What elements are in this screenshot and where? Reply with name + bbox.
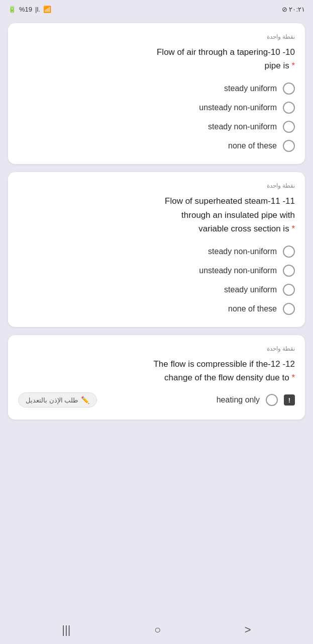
option-11-2[interactable]: unsteady non-uniform (18, 265, 295, 277)
option-11-3-label: steady uniform (224, 285, 277, 294)
question-10-suffix: pipe is (265, 61, 289, 70)
option-12-heating[interactable]: heating only ! (217, 394, 295, 406)
question-11-body: Flow of superheated steam-11 (165, 196, 280, 206)
option-11-2-label: unsteady non-uniform (199, 266, 277, 275)
option-11-2-radio[interactable] (283, 265, 295, 277)
option-12-heating-label: heating only (217, 395, 260, 405)
question-10-meta: نقطة واحدة (18, 33, 295, 40)
option-11-1-radio[interactable] (283, 246, 295, 258)
question-12-meta: نقطة واحدة (18, 345, 295, 352)
option-11-3[interactable]: steady uniform (18, 284, 295, 296)
option-10-1-label: steady uniform (224, 84, 277, 93)
signal-strength: %19 (19, 6, 32, 13)
question-10-star: * (289, 61, 295, 70)
option-11-1-label: steady non-uniform (208, 247, 277, 256)
alert-badge: ! (284, 394, 295, 406)
question-11-text: 11- Flow of superheated steam-11 through… (18, 194, 295, 235)
signal-bars-icon: |l. (35, 6, 40, 13)
nav-forward-button[interactable]: > (237, 619, 259, 640)
option-10-2-radio[interactable] (283, 102, 295, 114)
time-display: ۲۰:۲۱ (289, 6, 305, 13)
question-12-star: * (289, 373, 295, 382)
edit-button-label: طلب الإذن بالتعديل (26, 396, 78, 404)
question-12-number: 12- (282, 359, 295, 369)
page-content: نقطة واحدة 10- Flow of air through a tap… (0, 18, 313, 616)
battery-icon: 🔋 (8, 6, 16, 13)
question-11-suffix: variable cross section is (198, 224, 289, 233)
question-10-number: 10- (282, 47, 295, 57)
nav-back-button[interactable]: ||| (54, 619, 78, 640)
option-10-4[interactable]: none of these (18, 140, 295, 152)
question-12-suffix: change of the flow density due to (164, 373, 289, 382)
pencil-icon: ✏️ (81, 396, 89, 404)
option-10-3-radio[interactable] (283, 121, 295, 133)
question-11-body2: through an insulated pipe with (181, 210, 295, 220)
question-11-number: 11- (282, 196, 295, 206)
wifi-icon: 📶 (43, 6, 51, 13)
question-12-text: 12- The flow is compressible if the-12 *… (18, 357, 295, 384)
option-10-4-label: none of these (228, 141, 277, 150)
edit-permission-button[interactable]: ✏️ طلب الإذن بالتعديل (18, 392, 97, 408)
status-bar: 🔋 %19 |l. 📶 ⊘ ۲۰:۲۱ (0, 0, 313, 18)
option-11-4[interactable]: none of these (18, 303, 295, 315)
option-11-4-radio[interactable] (283, 303, 295, 315)
status-bar-left: 🔋 %19 |l. 📶 (8, 6, 51, 13)
option-10-1-radio[interactable] (283, 83, 295, 95)
question-card-12: نقطة واحدة 12- The flow is compressible … (8, 335, 305, 420)
question-11-options: steady non-uniform unsteady non-uniform … (18, 246, 295, 315)
option-10-3[interactable]: steady non-uniform (18, 121, 295, 133)
option-10-1[interactable]: steady uniform (18, 83, 295, 95)
question-11-star: * (289, 224, 295, 233)
option-10-4-radio[interactable] (283, 140, 295, 152)
question-12-body: The flow is compressible if the-12 (153, 359, 280, 369)
option-10-2[interactable]: unsteady non-uniform (18, 102, 295, 114)
bottom-nav: ||| ○ > (0, 616, 313, 644)
option-10-3-label: steady non-uniform (208, 122, 277, 131)
sim-icon: ⊘ (282, 6, 287, 13)
option-11-4-label: none of these (228, 304, 277, 313)
option-11-3-radio[interactable] (283, 284, 295, 296)
status-bar-time: ⊘ ۲۰:۲۱ (282, 6, 305, 13)
nav-home-button[interactable]: ○ (146, 619, 169, 640)
option-12-heating-radio[interactable] (266, 394, 278, 406)
question-10-options: steady uniform unsteady non-uniform stea… (18, 83, 295, 152)
question-10-text: 10- Flow of air through a tapering-10 * … (18, 45, 295, 72)
question-10-body: Flow of air through a tapering-10 (157, 47, 280, 57)
question-12-bottom: ✏️ طلب الإذن بالتعديل heating only ! (18, 392, 295, 408)
question-card-10: نقطة واحدة 10- Flow of air through a tap… (8, 23, 305, 164)
option-10-2-label: unsteady non-uniform (199, 103, 277, 112)
question-11-meta: نقطة واحدة (18, 182, 295, 189)
option-11-1[interactable]: steady non-uniform (18, 246, 295, 258)
question-card-11: نقطة واحدة 11- Flow of superheated steam… (8, 172, 305, 327)
